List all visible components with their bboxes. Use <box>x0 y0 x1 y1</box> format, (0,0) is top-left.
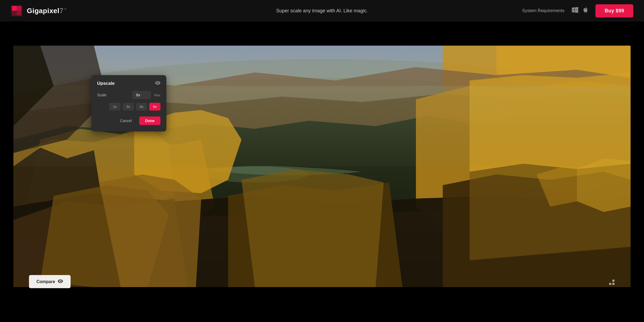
apple-icon <box>582 7 588 15</box>
brand-area: Gigapixel7™ <box>11 5 67 17</box>
upscale-panel: Upscale Scale Max 1x 2x 4x 6x Cancel Don… <box>91 75 166 131</box>
done-button[interactable]: Done <box>139 116 160 125</box>
main-area: Compare Upscale Scale <box>0 21 644 322</box>
brand-name: Gigapixel7™ <box>27 7 67 15</box>
panel-header: Upscale <box>97 80 160 86</box>
panel-title: Upscale <box>97 81 115 86</box>
topaz-logo-icon <box>11 5 23 17</box>
windows-icon <box>572 7 578 15</box>
scale-row: Scale Max <box>97 91 160 99</box>
scale-4x-button[interactable]: 4x <box>136 103 147 111</box>
resize-handle[interactable] <box>609 280 617 287</box>
scale-input-group: Max <box>132 91 160 99</box>
scale-label: Scale <box>97 93 107 97</box>
cancel-button[interactable]: Cancel <box>116 116 136 125</box>
compare-eye-icon <box>58 279 63 284</box>
svg-rect-4 <box>17 6 21 11</box>
svg-rect-3 <box>12 11 17 16</box>
system-requirements-link[interactable]: System Requirements <box>522 8 564 13</box>
svg-rect-2 <box>17 11 21 16</box>
panel-actions: Cancel Done <box>97 116 160 125</box>
scale-1x-button[interactable]: 1x <box>109 103 120 111</box>
os-icons <box>572 7 588 15</box>
header-right: System Requirements Buy $99 <box>522 4 633 17</box>
buy-button[interactable]: Buy $99 <box>595 4 633 17</box>
app-header: Gigapixel7™ Super scale any image with A… <box>0 0 644 21</box>
compare-button[interactable]: Compare <box>29 275 71 288</box>
scale-6x-button[interactable]: 6x <box>149 103 160 111</box>
compare-label: Compare <box>36 279 55 284</box>
svg-marker-25 <box>241 169 384 287</box>
scale-input[interactable] <box>132 91 151 99</box>
panel-eye-icon[interactable] <box>155 80 160 86</box>
svg-rect-1 <box>12 6 17 11</box>
scale-max-label: Max <box>154 93 160 97</box>
header-tagline: Super scale any image with AI. Like magi… <box>276 8 368 14</box>
scale-buttons: 1x 2x 4x 6x <box>97 103 160 111</box>
scale-2x-button[interactable]: 2x <box>123 103 134 111</box>
